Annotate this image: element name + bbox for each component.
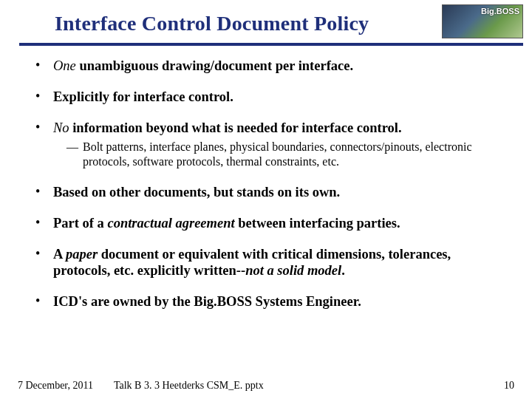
page-number: 10: [504, 380, 514, 392]
logo-text: Big.BOSS: [481, 7, 519, 16]
sub-bullet-item: Bolt patterns, interface planes, physica…: [66, 140, 511, 169]
bullet-text: Based on other documents, but stands on …: [53, 185, 340, 200]
title-underline: [19, 43, 523, 46]
sub-bullet-list: Bolt patterns, interface planes, physica…: [66, 140, 511, 169]
slide-title: Interface Control Document Policy: [55, 12, 369, 35]
bullet-item: Part of a contractual agreement between …: [34, 215, 511, 231]
bullet-item: A paper document or equivalent with crit…: [34, 246, 511, 279]
bullet-text: Explicitly for interface control.: [53, 89, 233, 104]
bullet-item: Explicitly for interface control.: [34, 89, 511, 105]
bullet-item: No information beyond what is needed for…: [34, 120, 511, 168]
header: Interface Control Document Policy Big.BO…: [0, 0, 532, 46]
content-area: One unambiguous drawing/document per int…: [34, 58, 511, 325]
bullet-text: No information beyond what is needed for…: [53, 120, 402, 135]
bullet-text: ICD's are owned by the Big.BOSS Systems …: [53, 294, 361, 309]
footer-date: 7 December, 2011: [18, 380, 93, 392]
slide: Interface Control Document Policy Big.BO…: [0, 0, 532, 399]
bullet-text: A paper document or equivalent with crit…: [53, 247, 451, 278]
bullet-item: Based on other documents, but stands on …: [34, 184, 511, 200]
sub-bullet-text: Bolt patterns, interface planes, physica…: [83, 140, 472, 168]
bullet-list: One unambiguous drawing/document per int…: [34, 58, 511, 310]
bullet-text: Part of a contractual agreement between …: [53, 216, 400, 231]
footer: 7 December, 2011 Talk B 3. 3 Heetderks C…: [18, 380, 514, 392]
footer-filename: Talk B 3. 3 Heetderks CSM_E. pptx: [114, 380, 264, 392]
bullet-item: ICD's are owned by the Big.BOSS Systems …: [34, 293, 511, 310]
logo-badge: Big.BOSS: [442, 4, 523, 38]
bullet-item: One unambiguous drawing/document per int…: [34, 58, 511, 74]
footer-left: 7 December, 2011 Talk B 3. 3 Heetderks C…: [18, 380, 264, 392]
bullet-text: One unambiguous drawing/document per int…: [53, 58, 353, 73]
